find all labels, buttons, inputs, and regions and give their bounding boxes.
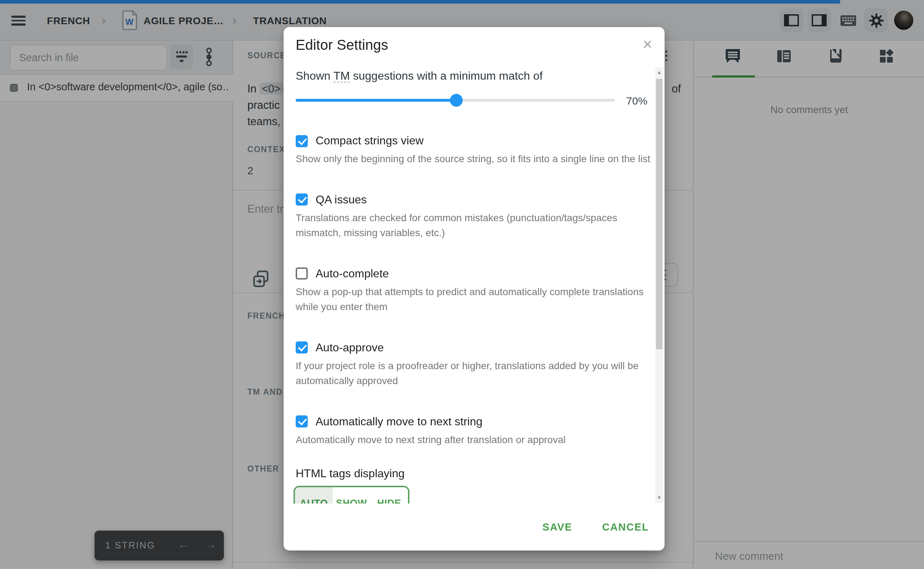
close-icon[interactable]: ×: [636, 33, 659, 55]
tm-abbreviation: TM: [333, 70, 350, 82]
qa-issues-checkbox[interactable]: [296, 193, 308, 205]
setting-label: Auto-complete: [316, 267, 389, 280]
html-tags-option-hide[interactable]: HIDE: [370, 487, 408, 504]
tm-slider-label: Shown TM suggestions with a minimum matc…: [296, 70, 652, 82]
setting-description: If your project role is a proofreader or…: [296, 358, 651, 389]
scrollbar-thumb[interactable]: [656, 79, 662, 349]
editor-settings-dialog: Editor Settings × Shown TM suggestions w…: [284, 27, 665, 551]
setting-label: Auto-approve: [316, 341, 384, 354]
setting-auto-complete: Auto-complete Show a pop-up that attempt…: [296, 266, 652, 315]
dialog-title: Editor Settings: [296, 37, 388, 53]
compact-strings-checkbox[interactable]: [296, 135, 308, 147]
html-tags-option-show[interactable]: SHOW: [333, 487, 370, 504]
save-button[interactable]: SAVE: [542, 521, 572, 533]
slider-fill: [296, 99, 456, 102]
slider-thumb[interactable]: [450, 94, 463, 107]
setting-auto-move: Automatically move to next string Automa…: [296, 414, 652, 447]
setting-description: Show only the beginning of the source st…: [296, 152, 651, 167]
auto-approve-checkbox[interactable]: [296, 341, 308, 353]
scroll-up-icon[interactable]: ▲: [655, 68, 663, 78]
setting-description: Translations are checked for common mist…: [296, 210, 651, 241]
setting-auto-approve: Auto-approve If your project role is a p…: [296, 340, 652, 389]
dialog-footer: SAVE CANCEL: [284, 504, 665, 551]
auto-move-checkbox[interactable]: [296, 415, 308, 428]
auto-complete-checkbox[interactable]: [296, 268, 308, 280]
dialog-scrollbar: ▲ ▼: [655, 68, 663, 503]
setting-compact-strings: Compact strings view Show only the begin…: [296, 134, 652, 167]
translation-editor-app: FRENCH › W AGILE PROJE… › TRANSLATION: [0, 0, 924, 569]
setting-label: Automatically move to next string: [316, 415, 482, 428]
setting-label: Compact strings view: [316, 134, 423, 147]
tm-match-slider[interactable]: [296, 94, 615, 107]
dialog-body: Shown TM suggestions with a minimum matc…: [284, 64, 665, 504]
tm-slider-row: 70%: [296, 94, 652, 107]
html-tags-segmented-control: AUTO SHOW HIDE: [294, 486, 410, 504]
html-tags-option-auto[interactable]: AUTO: [295, 487, 333, 504]
html-tags-heading: HTML tags displaying: [296, 467, 652, 480]
setting-description: Show a pop-up that attempts to predict a…: [296, 284, 651, 315]
scroll-down-icon[interactable]: ▼: [655, 493, 663, 503]
setting-qa-issues: QA issues Translations are checked for c…: [296, 192, 652, 241]
setting-label: QA issues: [316, 193, 367, 206]
tm-slider-value: 70%: [626, 94, 648, 106]
setting-description: Automatically move to next string after …: [296, 432, 651, 447]
cancel-button[interactable]: CANCEL: [602, 521, 649, 533]
